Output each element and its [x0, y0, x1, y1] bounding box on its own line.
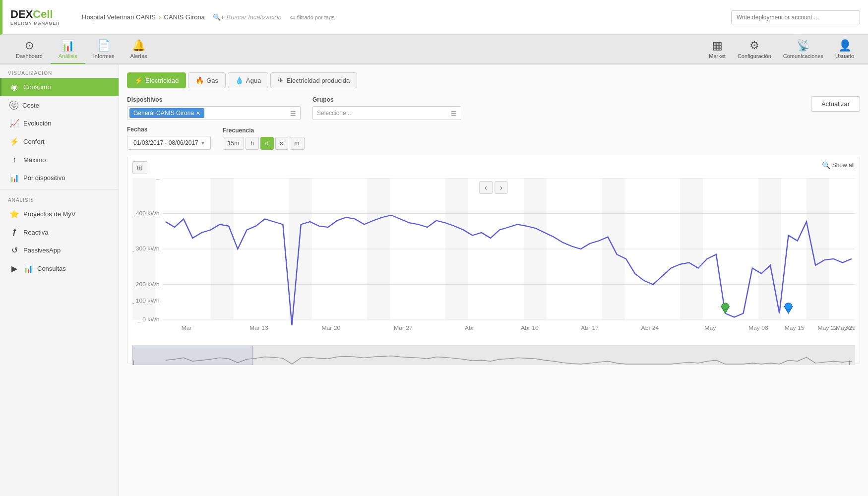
device-tag-remove[interactable]: ✕ — [196, 110, 200, 117]
show-all-button[interactable]: 🔍 Show all — [822, 161, 855, 169]
sidebar-consumo-label: Consumo — [23, 83, 51, 91]
sidebar-item-consumo[interactable]: ◉ Consumo — [0, 78, 119, 96]
nav-item-alertas[interactable]: 🔔 Alertas — [123, 35, 155, 64]
nav-comunicaciones-label: Comunicaciones — [783, 53, 823, 59]
date-picker-button[interactable]: 01/03/2017 - 08/06/2017 — [127, 136, 211, 150]
energy-tabs: ⚡ Electricidad 🔥 Gas 💧 Agua ✈ Electricid… — [127, 72, 860, 88]
svg-text:_ 400 kWh: _ 400 kWh — [132, 210, 160, 216]
freq-s[interactable]: s — [275, 137, 288, 150]
nav-configuracion-label: Configuración — [738, 53, 771, 59]
breadcrumb-location[interactable]: CANIS Girona — [164, 13, 205, 21]
logo-dex: DEX — [10, 8, 33, 20]
sidebar-confort-label: Confort — [23, 138, 45, 145]
groups-menu-icon[interactable]: ☰ — [447, 108, 461, 119]
sidebar-item-coste[interactable]: © Coste — [0, 96, 119, 114]
sidebar-proyectos-label: Proyectos de MyV — [23, 210, 76, 218]
por-dispositivo-icon: 📊 — [9, 173, 19, 183]
svg-text:_ 200 kWh: _ 200 kWh — [132, 281, 160, 287]
svg-text:_ 300 kWh: _ 300 kWh — [132, 246, 160, 251]
confort-icon: ⚡ — [9, 137, 19, 146]
sidebar-maximo-label: Máximo — [23, 156, 46, 164]
grupos-label: Grupos — [312, 96, 461, 103]
nav-item-dashboard[interactable]: ⊙ Dashboard — [8, 35, 51, 64]
nav-item-informes[interactable]: 📄 Informes — [85, 35, 123, 64]
svg-point-24 — [785, 303, 792, 310]
sidebar-item-maximo[interactable]: ↑ Máximo — [0, 151, 119, 169]
chart-next-btn[interactable]: › — [495, 181, 508, 194]
frequency-buttons: 15m h d s m — [223, 137, 305, 150]
nav-usuario-label: Usuario — [835, 53, 854, 59]
svg-text:Abr 17: Abr 17 — [581, 325, 599, 330]
tab-agua[interactable]: 💧 Agua — [228, 72, 268, 88]
nav-item-configuracion[interactable]: ⚙ Configuración — [732, 35, 777, 64]
grupos-group: Grupos Seleccione ... ☰ — [312, 96, 461, 120]
nav-item-analisis[interactable]: 📊 Análisis — [51, 35, 85, 64]
nav-item-comunicaciones[interactable]: 📡 Comunicaciones — [777, 35, 829, 64]
agua-tab-label: Agua — [246, 77, 261, 84]
nav-item-usuario[interactable]: 👤 Usuario — [829, 35, 860, 64]
sidebar-evolucion-label: Evolución — [23, 120, 51, 127]
electricidad-producida-tab-label: Electricidad producida — [286, 77, 350, 84]
sidebar-item-passives[interactable]: ↺ PassivesApp — [0, 241, 119, 259]
gas-tab-icon: 🔥 — [195, 76, 204, 84]
sidebar-item-reactiva[interactable]: ƒ Reactiva — [0, 223, 119, 241]
proyectos-icon: ⭐ — [9, 209, 19, 219]
dashboard-icon: ⊙ — [25, 39, 34, 52]
tab-electricidad-producida[interactable]: ✈ Electricidad producida — [270, 72, 357, 88]
sidebar-item-evolucion[interactable]: 📈 Evolución — [0, 114, 119, 132]
svg-text:_ 0 kWh: _ 0 kWh — [137, 317, 160, 322]
main-layout: VISUALIZACIÓN ◉ Consumo © Coste 📈 Evoluc… — [0, 64, 868, 496]
groups-placeholder: Seleccione ... — [313, 107, 447, 120]
search-location-icon: 🔍+ — [213, 13, 225, 21]
sidebar-item-proyectos[interactable]: ⭐ Proyectos de MyV — [0, 205, 119, 223]
nav-analisis-label: Análisis — [59, 53, 77, 59]
freq-d[interactable]: d — [260, 137, 274, 150]
chart-prev-btn[interactable]: ‹ — [479, 181, 493, 194]
svg-text:May 08: May 08 — [748, 325, 768, 330]
chart-table-view-btn[interactable]: ⊞ — [132, 161, 147, 174]
consumo-icon: ◉ — [9, 82, 19, 92]
search-location[interactable]: 🔍+ Buscar localización — [213, 13, 282, 21]
breadcrumb-arrow: › — [159, 13, 161, 21]
zoom-icon: 🔍 — [822, 161, 830, 169]
sidebar-item-por-dispositivo[interactable]: 📊 Por dispositivo — [0, 169, 119, 187]
freq-15m[interactable]: 15m — [223, 137, 244, 150]
freq-m[interactable]: m — [290, 137, 305, 150]
sidebar-item-confort[interactable]: ⚡ Confort — [0, 132, 119, 151]
svg-text:Abr: Abr — [465, 325, 474, 330]
freq-h[interactable]: h — [246, 137, 259, 150]
filter-tags-text: filtrado por tags — [297, 14, 335, 20]
fechas-group: Fechas 01/03/2017 - 08/06/2017 — [127, 126, 211, 150]
nav-item-market[interactable]: ▦ Market — [703, 35, 732, 64]
svg-text:May 22: May 22 — [818, 325, 838, 330]
actualizar-button[interactable]: Actualizar — [811, 96, 860, 112]
electricidad-tab-icon: ⚡ — [134, 76, 143, 84]
comunicaciones-icon: 📡 — [797, 39, 810, 52]
tab-electricidad[interactable]: ⚡ Electricidad — [127, 72, 186, 88]
svg-text:Mar 13: Mar 13 — [249, 325, 268, 330]
device-tag[interactable]: General CANIS Girona ✕ — [129, 108, 204, 118]
logo-text: DEXCell — [10, 9, 70, 20]
devices-input[interactable]: General CANIS Girona ✕ ☰ — [127, 106, 301, 120]
show-all-label: Show all — [832, 162, 855, 169]
consultas-expand-icon: ▶ — [9, 264, 19, 273]
dates-freq-row: Fechas 01/03/2017 - 08/06/2017 Frecuenci… — [127, 126, 860, 150]
svg-text:]: ] — [132, 360, 134, 365]
dispositivos-group: Dispositivos General CANIS Girona ✕ ☰ — [127, 96, 301, 120]
groups-input[interactable]: Seleccione ... ☰ — [312, 106, 461, 120]
sidebar-item-consultas[interactable]: ▶ 📊 Consultas — [0, 259, 119, 278]
sidebar-consultas-label: Consultas — [37, 265, 66, 272]
breadcrumb-hospital[interactable]: Hospital Veterinari CANIS — [82, 13, 156, 21]
chart-toolbar: ⊞ — [132, 161, 855, 174]
tab-gas[interactable]: 🔥 Gas — [188, 72, 226, 88]
top-search-input[interactable] — [731, 10, 860, 24]
filters-row: Dispositivos General CANIS Girona ✕ ☰ Gr… — [127, 96, 860, 120]
sidebar-coste-label: Coste — [22, 102, 39, 109]
devices-menu-icon[interactable]: ☰ — [286, 108, 300, 119]
svg-text:Jun: Jun — [845, 325, 855, 330]
svg-text:[: [ — [849, 360, 850, 365]
electricidad-producida-tab-icon: ✈ — [278, 76, 284, 84]
sidebar-passives-label: PassivesApp — [23, 247, 61, 254]
svg-text:May: May — [704, 325, 716, 330]
minimap-chart[interactable]: ] [ — [132, 345, 855, 365]
